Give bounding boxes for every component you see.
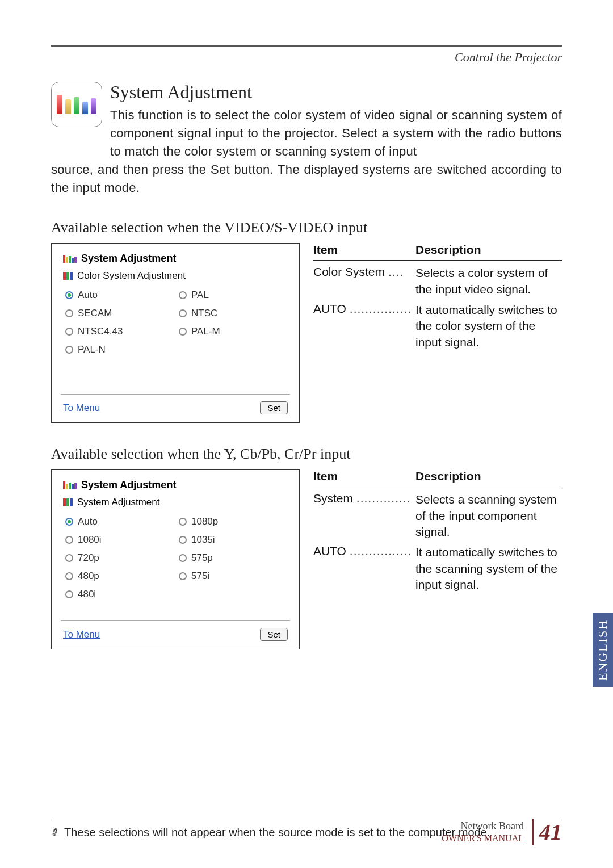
table-row: AUTO ................ It automatically s… bbox=[313, 540, 562, 593]
radio-auto[interactable]: Auto bbox=[65, 290, 174, 301]
radio-icon bbox=[65, 572, 73, 580]
radio-label: 1080i bbox=[78, 534, 102, 546]
radio-icon bbox=[65, 346, 73, 354]
table-row: AUTO ................ It automatically s… bbox=[313, 297, 562, 350]
th-description: Description bbox=[415, 469, 562, 483]
item-text: System bbox=[313, 492, 353, 505]
table-header: Item Description bbox=[313, 243, 562, 261]
radio-label: Auto bbox=[78, 290, 98, 301]
language-tab: ENGLISH bbox=[593, 613, 613, 687]
item-text: AUTO bbox=[313, 302, 346, 315]
component-subheading: Available selection when the Y, Cb/Pb, C… bbox=[51, 446, 562, 463]
radio-label: 575i bbox=[191, 571, 209, 582]
video-panel-title-row: System Adjustment bbox=[63, 253, 288, 265]
footer-text: Network Board OWNER'S MANUAL bbox=[442, 820, 524, 844]
component-panel-subtitle: System Adjustment bbox=[77, 497, 160, 508]
radio-1080p[interactable]: 1080p bbox=[179, 516, 288, 527]
th-item: Item bbox=[313, 469, 415, 483]
table-row: System .............. Selects a scanning… bbox=[313, 487, 562, 540]
radio-575p[interactable]: 575p bbox=[179, 552, 288, 564]
radio-icon bbox=[179, 554, 187, 562]
component-two-col: System Adjustment System Adjustment Auto… bbox=[51, 469, 562, 649]
rgb-bars-icon bbox=[63, 498, 73, 506]
radio-label: 480p bbox=[78, 571, 99, 582]
set-button[interactable]: Set bbox=[260, 628, 288, 641]
video-panel-subtitle-row: Color System Adjustment bbox=[63, 270, 288, 282]
td-item: AUTO ................ bbox=[313, 544, 415, 593]
rgb-bars-icon bbox=[63, 272, 73, 280]
bars-icon bbox=[63, 255, 77, 263]
radio-720p[interactable]: 720p bbox=[65, 552, 174, 564]
th-description: Description bbox=[415, 243, 562, 257]
video-panel: System Adjustment Color System Adjustmen… bbox=[51, 243, 300, 423]
component-radio-grid: Auto 1080p 1080i 1035i 720p 575p 480p 57… bbox=[65, 516, 288, 607]
th-item: Item bbox=[313, 243, 415, 257]
system-adjustment-icon bbox=[51, 82, 102, 127]
radio-label: 1080p bbox=[191, 516, 218, 527]
video-panel-title: System Adjustment bbox=[81, 253, 176, 265]
radio-label: 720p bbox=[78, 552, 99, 564]
td-desc: Selects a scanning system of the input c… bbox=[415, 492, 562, 540]
dots: ................ bbox=[350, 302, 412, 315]
table-row: Color System .... Selects a color system… bbox=[313, 261, 562, 297]
radio-label: 575p bbox=[191, 552, 213, 564]
radio-pal[interactable]: PAL bbox=[179, 290, 288, 301]
radio-label: Auto bbox=[78, 516, 98, 527]
section-intro-text-1: This function is to select the color sys… bbox=[110, 106, 562, 161]
radio-480i[interactable]: 480i bbox=[65, 589, 174, 600]
header-divider bbox=[51, 45, 562, 47]
radio-label: PAL bbox=[191, 290, 209, 301]
footer-line1: Network Board bbox=[442, 820, 524, 833]
radio-ntsc443[interactable]: NTSC4.43 bbox=[65, 326, 174, 337]
radio-label: 1035i bbox=[191, 534, 215, 546]
set-button[interactable]: Set bbox=[260, 401, 288, 414]
component-panel-footer: To Menu Set bbox=[63, 628, 288, 641]
header-category: Control the Projector bbox=[51, 50, 562, 65]
radio-secam[interactable]: SECAM bbox=[65, 308, 174, 319]
radio-label: SECAM bbox=[78, 308, 112, 319]
video-panel-subtitle: Color System Adjustment bbox=[77, 270, 186, 282]
radio-icon bbox=[65, 328, 73, 336]
radio-icon bbox=[65, 554, 73, 562]
radio-1080i[interactable]: 1080i bbox=[65, 534, 174, 546]
item-text: Color System bbox=[313, 265, 385, 278]
radio-icon bbox=[179, 291, 187, 299]
component-panel: System Adjustment System Adjustment Auto… bbox=[51, 469, 300, 649]
pin-icon: ✐ bbox=[49, 825, 62, 840]
td-item: System .............. bbox=[313, 492, 415, 540]
radio-label: NTSC4.43 bbox=[78, 326, 123, 337]
radio-palm[interactable]: PAL-M bbox=[179, 326, 288, 337]
radio-icon bbox=[179, 518, 187, 526]
radio-label: PAL-M bbox=[191, 326, 220, 337]
panel-divider bbox=[61, 620, 290, 621]
td-item: Color System .... bbox=[313, 265, 415, 297]
radio-480p[interactable]: 480p bbox=[65, 571, 174, 582]
component-desc-table: Item Description System .............. S… bbox=[313, 469, 562, 593]
section-header-row: System Adjustment This function is to se… bbox=[51, 82, 562, 161]
dots: ................ bbox=[350, 544, 412, 557]
to-menu-link[interactable]: To Menu bbox=[63, 629, 100, 640]
td-desc: Selects a color system of the input vide… bbox=[415, 265, 562, 297]
radio-icon bbox=[65, 518, 73, 526]
radio-paln[interactable]: PAL-N bbox=[65, 344, 174, 355]
to-menu-link[interactable]: To Menu bbox=[63, 402, 100, 414]
radio-1035i[interactable]: 1035i bbox=[179, 534, 288, 546]
radio-icon bbox=[65, 536, 73, 544]
radio-icon bbox=[179, 309, 187, 317]
td-desc: It automatically switches to the scannin… bbox=[415, 544, 562, 593]
item-text: AUTO bbox=[313, 544, 346, 557]
td-desc: It automatically switches to the color s… bbox=[415, 302, 562, 350]
radio-auto[interactable]: Auto bbox=[65, 516, 174, 527]
component-panel-title: System Adjustment bbox=[81, 479, 176, 491]
video-subheading: Available selection when the VIDEO/S-VID… bbox=[51, 219, 562, 236]
radio-icon bbox=[65, 309, 73, 317]
footnote-text: These selections will not appear when th… bbox=[64, 826, 490, 839]
dots: .............. bbox=[356, 492, 411, 505]
radio-575i[interactable]: 575i bbox=[179, 571, 288, 582]
video-two-col: System Adjustment Color System Adjustmen… bbox=[51, 243, 562, 423]
radio-icon bbox=[65, 590, 73, 598]
radio-label: 480i bbox=[78, 589, 96, 600]
radio-ntsc[interactable]: NTSC bbox=[179, 308, 288, 319]
section-intro-text-2: source, and then press the Set button. T… bbox=[51, 161, 562, 197]
video-radio-grid: Auto PAL SECAM NTSC NTSC4.43 PAL-M PAL-N bbox=[65, 290, 288, 380]
